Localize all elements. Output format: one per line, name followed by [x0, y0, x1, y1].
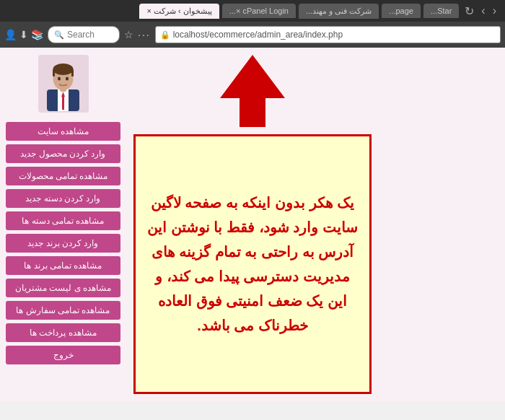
red-arrow: [224, 55, 281, 127]
sidebar-btn-customers[interactable]: مشاهده ی لیست مشتریان: [6, 279, 120, 297]
sidebar: مشاهده سایت وارد کردن محصول جدید مشاهده …: [0, 48, 126, 401]
extra-icons: 📚 ⬇ 👤: [4, 29, 43, 40]
browser-nav: ‹ › ↻: [462, 3, 499, 19]
menu-dots[interactable]: ···: [138, 29, 151, 40]
tab-4[interactable]: cPanel Login ×...: [222, 4, 296, 18]
back-button[interactable]: ‹: [490, 3, 499, 19]
svg-rect-3: [62, 97, 64, 110]
sidebar-btn-orders[interactable]: مشاهده تمامی سفارش ها: [6, 301, 120, 320]
sidebar-btn-logout[interactable]: خروج: [6, 346, 120, 364]
sidebar-btn-all-categories[interactable]: مشاهده تمامی دسته ها: [6, 211, 120, 230]
avatar: [38, 55, 89, 113]
svg-point-6: [53, 64, 74, 75]
tab-2[interactable]: page...: [382, 4, 421, 18]
svg-point-9: [58, 76, 61, 80]
sidebar-btn-view-site[interactable]: مشاهده سایت: [6, 122, 120, 141]
url-text: localhost/ecommerce/admin_area/index.php: [173, 30, 343, 40]
url-bar[interactable]: 🔒 localhost/ecommerce/admin_area/index.p…: [155, 26, 501, 43]
refresh-button[interactable]: ↻: [462, 3, 477, 19]
tab-3[interactable]: شرکت فنی و مهند...: [299, 4, 379, 19]
svg-rect-7: [53, 69, 55, 76]
sidebar-btn-all-products[interactable]: مشاهده تمامی محصولات: [6, 167, 120, 185]
sidebar-btn-add-product[interactable]: وارد کردن محصول جدید: [6, 144, 120, 163]
warning-text: یک هکر بدون اینکه به صفحه لاگین سایت وار…: [146, 191, 359, 338]
sidebar-btn-payments[interactable]: مشاهده پرداخت ها: [6, 323, 120, 342]
red-arrow-container: [133, 55, 372, 134]
sidebar-btn-add-category[interactable]: وارد کردن دسته جدید: [6, 189, 120, 208]
account-icon[interactable]: 👤: [4, 29, 17, 40]
tab-5[interactable]: پیشخوان › شرکت ×: [139, 4, 219, 19]
forward-button[interactable]: ›: [478, 3, 488, 19]
extensions-icon[interactable]: 📚: [31, 29, 43, 40]
warning-box: یک هکر بدون اینکه به صفحه لاگین سایت وار…: [133, 134, 372, 394]
main-area: یک هکر بدون اینکه به صفحه لاگین سایت وار…: [126, 48, 505, 401]
search-bar[interactable]: 🔍 Search: [48, 26, 120, 43]
tab-1[interactable]: Star...: [423, 4, 459, 18]
search-text: Search: [67, 30, 95, 40]
svg-rect-8: [71, 69, 74, 76]
bookmark-icons: ☆: [124, 29, 133, 40]
browser-tabs: ‹ › ↻ Star... page... شرکت فنی و مهند...…: [0, 0, 505, 22]
sidebar-btn-all-brands[interactable]: مشاهده تمامی برند ها: [6, 256, 120, 275]
sidebar-btn-add-brand[interactable]: وارد کردن برند جدید: [6, 234, 120, 253]
avatar-container: [6, 55, 120, 113]
browser-address-bar: 🔒 localhost/ecommerce/admin_area/index.p…: [0, 22, 505, 48]
browser-chrome: ‹ › ↻ Star... page... شرکت فنی و مهند...…: [0, 0, 505, 48]
arrow-body: [240, 98, 265, 127]
arrow-head: [220, 55, 285, 98]
page-content: یک هکر بدون اینکه به صفحه لاگین سایت وار…: [0, 48, 505, 401]
download-icon[interactable]: ⬇: [19, 29, 28, 40]
search-icon: 🔍: [54, 30, 64, 40]
lock-icon: 🔒: [160, 30, 170, 40]
svg-point-10: [66, 76, 69, 80]
avatar-svg: [40, 57, 87, 111]
bookmark-icon[interactable]: ☆: [124, 29, 133, 40]
